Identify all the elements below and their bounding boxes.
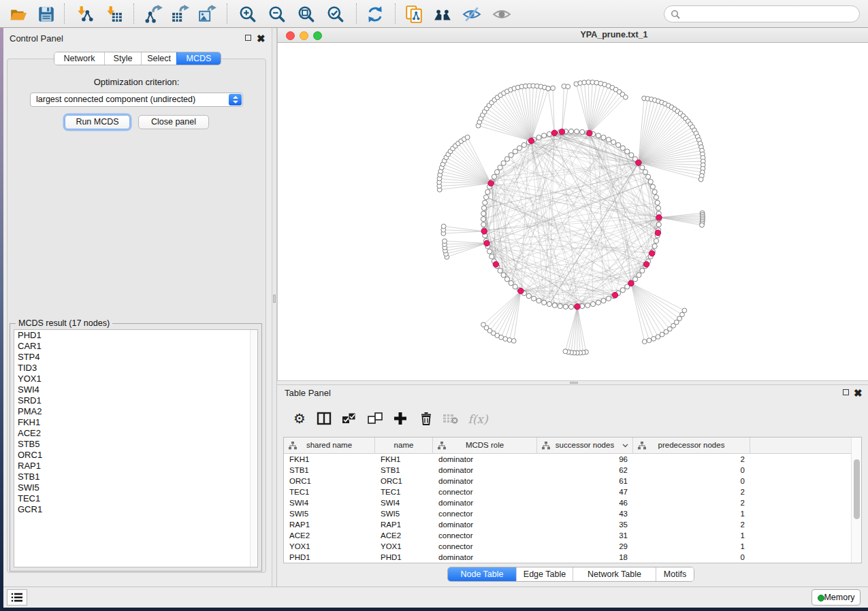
refresh-button[interactable] xyxy=(366,5,385,24)
ring-node[interactable] xyxy=(552,303,557,308)
ring-node[interactable] xyxy=(625,149,630,154)
mcds-result-item[interactable]: SWI4 xyxy=(14,384,257,395)
mcds-result-item[interactable]: TEC1 xyxy=(14,493,257,504)
ring-node[interactable] xyxy=(481,216,485,221)
ring-node[interactable] xyxy=(498,268,502,273)
ring-node[interactable] xyxy=(504,277,509,282)
mcds-result-item[interactable]: YOX1 xyxy=(14,374,257,384)
ring-node[interactable] xyxy=(498,165,502,170)
mcds-result-item[interactable]: PHD1 xyxy=(14,330,257,341)
mcds-result-item[interactable]: ORC1 xyxy=(14,450,257,461)
mcds-hub-node[interactable] xyxy=(612,293,617,298)
zoom-fit-button[interactable] xyxy=(297,5,316,24)
ring-node[interactable] xyxy=(501,161,506,165)
ring-node[interactable] xyxy=(509,152,513,157)
column-header-shared-name[interactable]: shared name xyxy=(284,437,375,454)
leaf-node[interactable] xyxy=(563,349,568,354)
ring-node[interactable] xyxy=(585,303,590,308)
ring-node[interactable] xyxy=(558,303,562,308)
ring-node[interactable] xyxy=(654,195,658,199)
ring-node[interactable] xyxy=(568,129,573,133)
ring-node[interactable] xyxy=(606,137,611,142)
ring-node[interactable] xyxy=(611,139,616,144)
import-table-button[interactable] xyxy=(104,5,123,24)
leaf-node[interactable] xyxy=(647,338,652,343)
mcds-result-item[interactable]: SRD1 xyxy=(14,395,257,406)
show-panels-button[interactable] xyxy=(7,589,27,606)
search-input[interactable] xyxy=(664,5,860,22)
ring-node[interactable] xyxy=(487,249,492,254)
tab-edge-table[interactable]: Edge Table xyxy=(516,567,573,581)
leaf-node[interactable] xyxy=(443,239,447,244)
open-session-button[interactable] xyxy=(9,5,28,24)
run-mcds-button[interactable]: Run MCDS xyxy=(65,115,130,129)
mcds-result-item[interactable]: CAR1 xyxy=(14,341,257,352)
ring-node[interactable] xyxy=(645,174,650,179)
network-graph[interactable] xyxy=(278,43,868,380)
mcds-result-item[interactable]: RAP1 xyxy=(14,461,257,472)
mcds-result-item[interactable]: PMA2 xyxy=(14,406,257,417)
ring-node[interactable] xyxy=(652,190,657,195)
mcds-hub-node[interactable] xyxy=(484,240,489,246)
binoculars-button[interactable] xyxy=(433,5,452,24)
tab-network-table[interactable]: Network Table xyxy=(573,567,656,581)
table-row[interactable]: ORC1ORC1dominator610 xyxy=(284,476,851,486)
mcds-hub-node[interactable] xyxy=(587,131,592,136)
ring-node[interactable] xyxy=(637,273,641,278)
tab-motifs[interactable]: Motifs xyxy=(656,567,694,581)
ring-node[interactable] xyxy=(656,205,660,210)
ring-node[interactable] xyxy=(616,142,621,147)
select-all-icon[interactable] xyxy=(341,411,357,427)
ring-node[interactable] xyxy=(526,293,531,298)
ring-node[interactable] xyxy=(547,301,551,306)
mcds-hub-node[interactable] xyxy=(481,229,487,234)
float-panel-icon[interactable] xyxy=(245,35,251,41)
ring-node[interactable] xyxy=(542,133,547,138)
mcds-result-item[interactable]: STP4 xyxy=(14,352,257,363)
table-row[interactable]: TEC1TEC1connector472 xyxy=(284,486,851,497)
gear-icon[interactable]: ⚙ xyxy=(291,411,308,427)
delete-icon[interactable] xyxy=(418,411,434,427)
mcds-hub-node[interactable] xyxy=(551,130,557,135)
export-table-button[interactable] xyxy=(171,5,190,24)
ring-node[interactable] xyxy=(601,135,606,139)
ring-node[interactable] xyxy=(542,300,547,305)
zoom-out-button[interactable] xyxy=(268,5,287,24)
table-row[interactable]: SWI5SWI5connector431 xyxy=(284,508,851,519)
leaf-node[interactable] xyxy=(511,339,516,344)
leaf-node[interactable] xyxy=(656,335,660,340)
ring-node[interactable] xyxy=(656,222,661,227)
mcds-result-item[interactable]: ACE2 xyxy=(14,428,257,439)
ring-node[interactable] xyxy=(650,184,655,189)
ring-node[interactable] xyxy=(481,205,486,210)
leaf-node[interactable] xyxy=(481,323,486,327)
mcds-hub-node[interactable] xyxy=(528,138,534,144)
memory-button[interactable]: Memory xyxy=(811,589,861,606)
close-panel-icon[interactable]: ✖ xyxy=(854,389,863,397)
ring-node[interactable] xyxy=(483,195,488,199)
ring-node[interactable] xyxy=(643,169,647,174)
ring-node[interactable] xyxy=(485,190,490,195)
tab-style[interactable]: Style xyxy=(104,52,141,65)
ring-node[interactable] xyxy=(575,129,579,134)
mcds-result-item[interactable]: FKH1 xyxy=(14,417,257,428)
ring-node[interactable] xyxy=(640,268,645,273)
ring-node[interactable] xyxy=(501,273,506,278)
ring-node[interactable] xyxy=(481,222,486,227)
leaf-node[interactable] xyxy=(546,86,551,91)
ring-node[interactable] xyxy=(492,174,496,179)
ring-node[interactable] xyxy=(620,146,625,150)
column-header-MCDS-role[interactable]: MCDS role xyxy=(433,437,537,454)
divider-grip[interactable] xyxy=(273,295,276,303)
mcds-hub-node[interactable] xyxy=(656,215,662,220)
column-header-successor-nodes[interactable]: successor nodes xyxy=(537,437,633,454)
horizontal-split-divider[interactable] xyxy=(277,380,868,385)
scrollbar-thumb[interactable] xyxy=(854,459,860,519)
zoom-in-button[interactable] xyxy=(238,5,257,24)
export-network-button[interactable] xyxy=(144,5,163,24)
ring-node[interactable] xyxy=(536,298,541,303)
table-scrollbar[interactable] xyxy=(851,437,861,563)
tab-select[interactable]: Select xyxy=(141,52,176,65)
mcds-hub-node[interactable] xyxy=(643,261,649,267)
export-image-button[interactable] xyxy=(198,5,217,24)
